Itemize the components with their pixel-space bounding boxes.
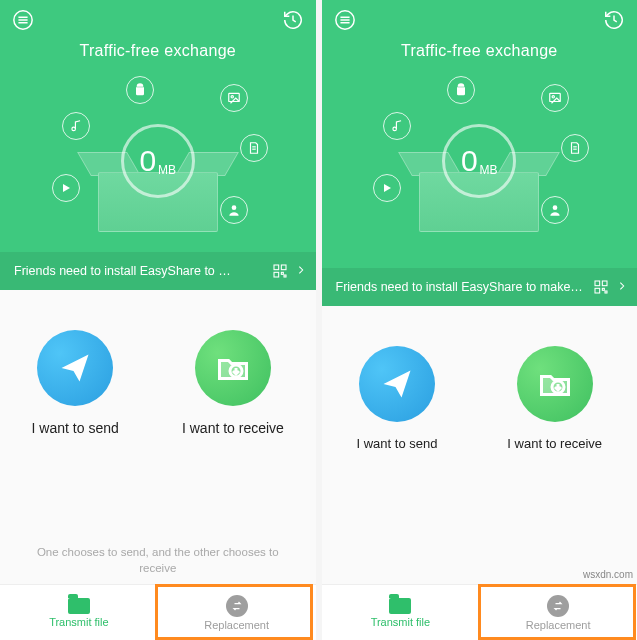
header-title: Traffic-free exchange xyxy=(401,42,558,60)
screen-right: Traffic-free exchange 0 MB Friends need … xyxy=(322,0,638,640)
folder-icon xyxy=(68,598,90,614)
folder-download-icon xyxy=(537,366,573,402)
receive-button[interactable] xyxy=(195,330,271,406)
receive-label: I want to receive xyxy=(507,436,602,451)
svg-rect-31 xyxy=(602,288,604,290)
tab-transmit-file[interactable]: Transmit file xyxy=(0,585,158,640)
svg-rect-15 xyxy=(284,275,286,277)
svg-rect-29 xyxy=(602,281,607,286)
menu-icon[interactable] xyxy=(12,9,34,31)
svg-point-6 xyxy=(231,96,233,98)
svg-rect-11 xyxy=(274,265,279,270)
document-icon xyxy=(561,134,589,162)
svg-marker-27 xyxy=(384,184,391,192)
receive-label: I want to receive xyxy=(182,420,284,436)
send-button[interactable] xyxy=(359,346,435,422)
counter-unit: MB xyxy=(480,163,498,177)
picture-icon xyxy=(220,84,248,112)
hint-text: One chooses to send, and the other choos… xyxy=(0,532,316,584)
install-banner[interactable]: Friends need to install EasyShare to mak… xyxy=(322,268,638,306)
receive-action[interactable]: I want to receive xyxy=(182,330,284,436)
svg-rect-12 xyxy=(281,265,286,270)
counter-value: 0 xyxy=(461,146,478,176)
data-counter: 0 MB xyxy=(121,124,195,198)
data-counter: 0 MB xyxy=(442,124,516,198)
tab-replacement[interactable]: Replacement xyxy=(158,585,316,640)
picture-icon xyxy=(541,84,569,112)
tab-replacement[interactable]: Replacement xyxy=(479,585,637,640)
swap-icon xyxy=(226,595,248,617)
send-action[interactable]: I want to send xyxy=(356,346,437,451)
menu-icon[interactable] xyxy=(334,9,356,31)
topbar xyxy=(0,0,316,40)
send-label: I want to send xyxy=(32,420,119,436)
header-illustration: 0 MB xyxy=(369,72,589,232)
send-button[interactable] xyxy=(37,330,113,406)
play-icon xyxy=(373,174,401,202)
tab-label: Replacement xyxy=(204,619,269,631)
music-icon xyxy=(383,112,411,140)
screen-left: Traffic-free exchange 0 MB Friends need … xyxy=(0,0,316,640)
action-row: I want to send I want to receive xyxy=(0,330,316,436)
svg-rect-14 xyxy=(281,272,283,274)
tab-label: Replacement xyxy=(526,619,591,631)
svg-marker-10 xyxy=(63,184,70,192)
banner-text: Friends need to install EasyShare to … xyxy=(14,264,262,278)
tab-transmit-file[interactable]: Transmit file xyxy=(322,585,480,640)
android-icon xyxy=(126,76,154,104)
chevron-right-icon xyxy=(617,279,627,296)
svg-point-26 xyxy=(553,205,558,210)
paper-plane-icon xyxy=(57,350,93,386)
tab-label: Transmit file xyxy=(49,616,109,628)
tab-label: Transmit file xyxy=(371,616,431,628)
svg-rect-13 xyxy=(274,272,279,277)
svg-point-23 xyxy=(552,96,554,98)
swap-icon xyxy=(547,595,569,617)
install-banner[interactable]: Friends need to install EasyShare to … xyxy=(0,252,316,290)
counter-unit: MB xyxy=(158,163,176,177)
main-area: I want to send I want to receive xyxy=(322,306,638,584)
music-icon xyxy=(62,112,90,140)
counter-value: 0 xyxy=(139,146,156,176)
bottom-nav: Transmit file Replacement xyxy=(322,584,638,640)
qr-icon[interactable] xyxy=(591,277,611,297)
android-icon xyxy=(447,76,475,104)
play-icon xyxy=(52,174,80,202)
watermark: wsxdn.com xyxy=(583,569,633,580)
svg-rect-28 xyxy=(595,281,600,286)
folder-icon xyxy=(389,598,411,614)
topbar xyxy=(322,0,638,40)
header: Traffic-free exchange 0 MB Friends need … xyxy=(0,0,316,290)
send-label: I want to send xyxy=(356,436,437,451)
person-icon xyxy=(541,196,569,224)
chevron-right-icon xyxy=(296,263,306,280)
person-icon xyxy=(220,196,248,224)
bottom-nav: Transmit file Replacement xyxy=(0,584,316,640)
receive-button[interactable] xyxy=(517,346,593,422)
main-area: I want to send I want to receive One cho… xyxy=(0,290,316,584)
history-icon[interactable] xyxy=(282,9,304,31)
document-icon xyxy=(240,134,268,162)
folder-download-icon xyxy=(215,350,251,386)
qr-icon[interactable] xyxy=(270,261,290,281)
header-title: Traffic-free exchange xyxy=(79,42,236,60)
svg-rect-32 xyxy=(605,291,607,293)
svg-point-9 xyxy=(231,205,236,210)
receive-action[interactable]: I want to receive xyxy=(507,346,602,451)
header: Traffic-free exchange 0 MB Friends need … xyxy=(322,0,638,306)
svg-rect-30 xyxy=(595,288,600,293)
send-action[interactable]: I want to send xyxy=(32,330,119,436)
banner-text: Friends need to install EasyShare to mak… xyxy=(336,280,584,294)
header-illustration: 0 MB xyxy=(48,72,268,232)
history-icon[interactable] xyxy=(603,9,625,31)
action-row: I want to send I want to receive xyxy=(322,346,638,451)
paper-plane-icon xyxy=(379,366,415,402)
